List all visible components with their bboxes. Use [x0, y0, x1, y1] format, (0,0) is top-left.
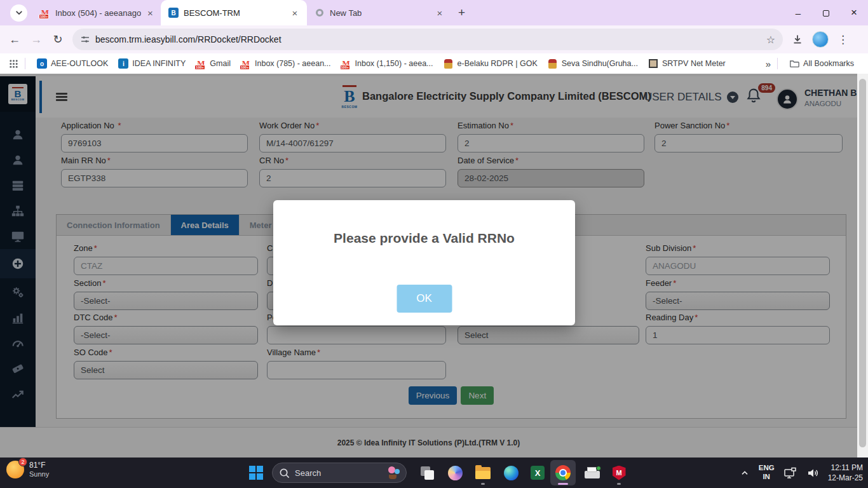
minimize-button[interactable]: –: [784, 8, 812, 18]
bookmark-inbox-785[interactable]: M100+ Inbox (785) - aeean...: [241, 58, 331, 69]
windows-icon: [249, 466, 263, 480]
printer-icon: [585, 467, 600, 478]
search-icon: [279, 468, 290, 478]
search-doodle-icon: [387, 466, 400, 479]
bookmarks-bar: o AEE-OUTLOOK i IDEA INFINITY M100+ Gmai…: [0, 53, 868, 74]
tab-title: BESCOM-TRM: [184, 8, 240, 18]
tab-search-button[interactable]: [10, 4, 27, 22]
sun-icon: 2: [6, 461, 24, 478]
printer-button[interactable]: [580, 460, 605, 485]
bookmark-idea-infinity[interactable]: i IDEA INFINITY: [118, 58, 186, 69]
mcafee-icon: M: [613, 466, 626, 480]
reload-button[interactable]: ↻: [47, 32, 69, 46]
folder-icon: [789, 58, 799, 69]
bookmark-ebelaku[interactable]: e-Belaku RDPR | GOK: [444, 58, 538, 69]
language-indicator[interactable]: ENG IN: [759, 464, 775, 482]
system-tray: ENG IN 12:11 PM 12-Mar-25: [740, 458, 863, 488]
tray-chevron-icon[interactable]: [740, 468, 750, 478]
newtab-favicon: [315, 8, 325, 18]
clock[interactable]: 12:11 PM 12-Mar-25: [828, 463, 863, 483]
network-icon[interactable]: [783, 466, 797, 479]
srtpv-icon: [648, 58, 658, 69]
ok-button[interactable]: OK: [397, 285, 452, 313]
idea-infinity-icon: i: [118, 58, 128, 69]
bookmark-star-icon[interactable]: ☆: [766, 34, 775, 46]
browser-tab-strip: M100+ Inbox (504) - aeeanagodu@gm × B BE…: [0, 0, 868, 25]
window-controls: – ×: [784, 0, 868, 25]
tab-title: New Tab: [330, 8, 362, 18]
gmail-icon: M100+: [196, 58, 206, 69]
downloads-icon[interactable]: [792, 34, 803, 45]
tab-close-icon[interactable]: ×: [434, 8, 445, 18]
time: 12:11 PM: [828, 463, 863, 473]
bookmark-gmail[interactable]: M100+ Gmail: [196, 58, 231, 69]
divider: [777, 58, 778, 69]
maximize-button[interactable]: [812, 8, 840, 18]
file-explorer-button[interactable]: [470, 460, 496, 485]
divider: [25, 58, 25, 69]
copilot-icon: [448, 466, 463, 480]
url-text: bescom.trm.ieasybill.com/RRDocket/RRDock…: [95, 34, 766, 44]
govt-emblem-icon: [444, 58, 454, 69]
back-button[interactable]: ←: [4, 33, 25, 46]
task-view-button[interactable]: [414, 460, 440, 485]
task-view-icon: [421, 466, 434, 480]
close-button[interactable]: ×: [840, 6, 868, 19]
outlook-icon: o: [37, 58, 47, 69]
gmail-icon: M100+: [241, 58, 251, 69]
excel-button[interactable]: X: [525, 460, 550, 485]
edge-icon: [504, 466, 519, 480]
weather-badge: 2: [18, 458, 27, 466]
tab-title: Inbox (504) - aeeanagodu@gm: [55, 8, 141, 18]
tab-new-tab[interactable]: New Tab ×: [307, 0, 452, 25]
excel-icon: X: [531, 466, 545, 480]
tab-close-icon[interactable]: ×: [146, 8, 154, 18]
chrome-button[interactable]: [550, 460, 576, 485]
all-bookmarks[interactable]: All Bookmarks: [789, 58, 854, 69]
copilot-button[interactable]: [442, 460, 468, 485]
mcafee-button[interactable]: M: [606, 460, 632, 485]
windows-taskbar: 2 81°F Sunny Search X M ENG IN: [0, 458, 868, 488]
alert-message: Please provide a Valid RRNo: [273, 231, 575, 246]
bescom-favicon: B: [168, 8, 179, 18]
profile-avatar[interactable]: [812, 31, 829, 48]
volume-icon[interactable]: [806, 466, 819, 479]
govt-emblem-icon: [548, 58, 558, 69]
weather-condition: Sunny: [29, 470, 49, 479]
bookmarks-overflow-icon[interactable]: »: [766, 58, 771, 69]
alert-dialog: Please provide a Valid RRNo OK: [273, 200, 575, 325]
new-tab-button[interactable]: +: [458, 6, 465, 20]
weather-widget[interactable]: 2 81°F Sunny: [6, 461, 49, 479]
bookmark-srtpv[interactable]: SRTPV Net Meter: [648, 58, 726, 69]
address-bar[interactable]: bescom.trm.ieasybill.com/RRDocket/RRDock…: [72, 29, 783, 50]
browser-menu-icon[interactable]: ⋮: [837, 33, 848, 46]
screen: M100+ Inbox (504) - aeeanagodu@gm × B BE…: [0, 0, 868, 488]
site-settings-icon[interactable]: [80, 34, 90, 44]
edge-button[interactable]: [498, 460, 524, 485]
gmail-icon: M100+: [40, 8, 50, 18]
start-button[interactable]: [243, 460, 269, 485]
page-scrollbar[interactable]: [857, 74, 868, 458]
search-label: Search: [295, 468, 382, 478]
date: 12-Mar-25: [828, 473, 863, 483]
chrome-icon: [555, 465, 571, 480]
temperature: 81°F: [29, 461, 49, 470]
scrollbar-thumb[interactable]: [859, 79, 866, 447]
tab-gmail-inbox[interactable]: M100+ Inbox (504) - aeeanagodu@gm ×: [32, 0, 161, 25]
gmail-icon: M100+: [341, 58, 351, 69]
tab-bescom-trm[interactable]: B BESCOM-TRM ×: [161, 0, 307, 25]
taskbar-search[interactable]: Search: [272, 463, 407, 483]
tab-close-icon[interactable]: ×: [289, 8, 301, 18]
apps-grid-icon[interactable]: [9, 59, 18, 69]
forward-button[interactable]: →: [25, 33, 47, 46]
file-explorer-icon: [475, 467, 491, 479]
browser-toolbar: ← → ↻ bescom.trm.ieasybill.com/RRDocket/…: [0, 25, 868, 53]
chevron-down-icon: [15, 9, 23, 17]
bookmark-seva-sindhu[interactable]: Seva Sindhu(Gruha...: [548, 58, 638, 69]
bookmark-aee-outlook[interactable]: o AEE-OUTLOOK: [37, 58, 108, 69]
bookmark-inbox-1150[interactable]: M100+ Inbox (1,150) - aeea...: [341, 58, 433, 69]
